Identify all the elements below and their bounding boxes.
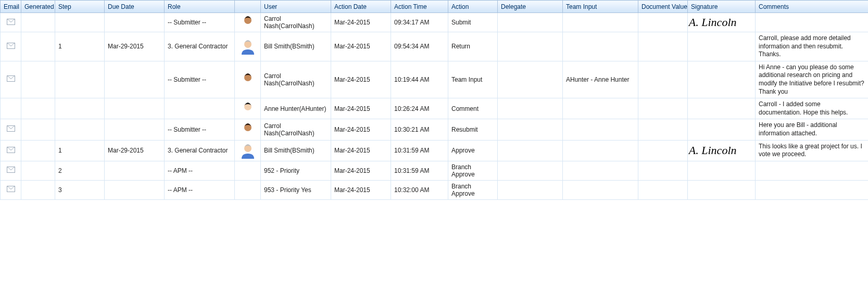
col-header-step[interactable]: Step [55,1,105,13]
cell-delegate [498,13,563,32]
cell-action: Return [448,32,498,61]
cell-comments: This looks like a great project for us. … [756,140,869,161]
user-avatar-icon [240,38,256,55]
signature-image: A. Lincoln [689,145,737,157]
cell-action-time: 10:19:44 AM [391,61,448,98]
col-header-generated[interactable]: Generated [21,1,55,13]
table-row[interactable]: 3-- APM --953 - Priority YesMar-24-20151… [1,180,869,199]
cell-step [55,119,105,140]
col-header-email[interactable]: Email [1,1,21,13]
col-header-user[interactable]: User [261,1,331,13]
cell-email [1,98,21,119]
cell-team-input: AHunter - Anne Hunter [563,61,638,98]
cell-action-time: 10:26:24 AM [391,98,448,119]
table-row[interactable]: 1Mar-29-20153. General Contractor Bill S… [1,140,869,161]
cell-role: -- Submitter -- [165,119,235,140]
cell-due-date [105,98,165,119]
cell-action: Submit [448,13,498,32]
cell-document-value [638,32,688,61]
cell-email [1,13,21,32]
cell-role [165,98,235,119]
cell-document-value [638,180,688,199]
cell-action-date: Mar-24-2015 [331,161,391,180]
cell-user: Bill Smith(BSmith) [261,32,331,61]
cell-action-date: Mar-24-2015 [331,98,391,119]
table-row[interactable]: 2-- APM --952 - PriorityMar-24-201510:31… [1,161,869,180]
col-header-role[interactable]: Role [165,1,235,13]
cell-step: 2 [55,161,105,180]
user-avatar-icon [240,121,256,138]
cell-email [1,61,21,98]
cell-signature [688,161,756,180]
cell-team-input [563,180,638,199]
cell-team-input [563,98,638,119]
col-header-team-input[interactable]: Team Input [563,1,638,13]
cell-email [1,140,21,161]
cell-user: 952 - Priority [261,161,331,180]
cell-delegate [498,119,563,140]
cell-document-value [638,161,688,180]
cell-role: 3. General Contractor [165,140,235,161]
cell-email [1,32,21,61]
mail-icon[interactable] [7,125,15,132]
cell-action-time: 10:31:59 AM [391,161,448,180]
cell-action-date: Mar-24-2015 [331,119,391,140]
cell-step: 1 [55,32,105,61]
cell-generated [21,140,55,161]
col-header-comments[interactable]: Comments [756,1,869,13]
table-header-row: Email Generated Step Due Date Role User … [1,1,869,13]
user-avatar-icon [240,142,256,159]
cell-document-value [638,140,688,161]
mail-icon[interactable] [7,19,15,25]
cell-comments: Hi Anne - can you please do some additio… [756,61,869,98]
mail-icon[interactable] [7,75,15,82]
cell-action: Comment [448,98,498,119]
cell-delegate [498,98,563,119]
cell-step: 3 [55,180,105,199]
mail-icon[interactable] [7,43,15,49]
table-row[interactable]: -- Submitter -- Carrol Nash(CarrolNash)M… [1,61,869,98]
cell-signature: A. Lincoln [688,13,756,32]
col-header-avatar[interactable] [235,1,261,13]
col-header-due-date[interactable]: Due Date [105,1,165,13]
cell-delegate [498,32,563,61]
user-avatar-icon [240,14,256,31]
cell-signature [688,32,756,61]
col-header-signature[interactable]: Signature [688,1,756,13]
cell-due-date: Mar-29-2015 [105,140,165,161]
cell-role: -- Submitter -- [165,13,235,32]
cell-user: Anne Hunter(AHunter) [261,98,331,119]
cell-action: Approve [448,140,498,161]
cell-comments: Carroll, please add more detailed inform… [756,32,869,61]
cell-action: Team Input [448,61,498,98]
cell-document-value [638,119,688,140]
col-header-document-value[interactable]: Document Value [638,1,688,13]
table-row[interactable]: Anne Hunter(AHunter)Mar-24-201510:26:24 … [1,98,869,119]
cell-avatar [235,32,261,61]
cell-action-time: 09:34:17 AM [391,13,448,32]
cell-email [1,180,21,199]
cell-due-date [105,180,165,199]
cell-signature [688,98,756,119]
col-header-action-date[interactable]: Action Date [331,1,391,13]
table-row[interactable]: -- Submitter -- Carrol Nash(CarrolNash)M… [1,119,869,140]
cell-avatar [235,61,261,98]
cell-document-value [638,13,688,32]
mail-icon[interactable] [7,147,15,153]
cell-signature: A. Lincoln [688,140,756,161]
cell-document-value [638,61,688,98]
cell-avatar [235,13,261,32]
table-row[interactable]: 1Mar-29-20153. General Contractor Bill S… [1,32,869,61]
cell-team-input [563,32,638,61]
cell-comments [756,13,869,32]
mail-icon[interactable] [7,167,15,173]
cell-generated [21,32,55,61]
cell-avatar [235,119,261,140]
mail-icon[interactable] [7,186,15,192]
col-header-action[interactable]: Action [448,1,498,13]
table-row[interactable]: -- Submitter -- Carrol Nash(CarrolNash)M… [1,13,869,32]
cell-due-date: Mar-29-2015 [105,32,165,61]
col-header-action-time[interactable]: Action Time [391,1,448,13]
cell-email [1,119,21,140]
col-header-delegate[interactable]: Delegate [498,1,563,13]
